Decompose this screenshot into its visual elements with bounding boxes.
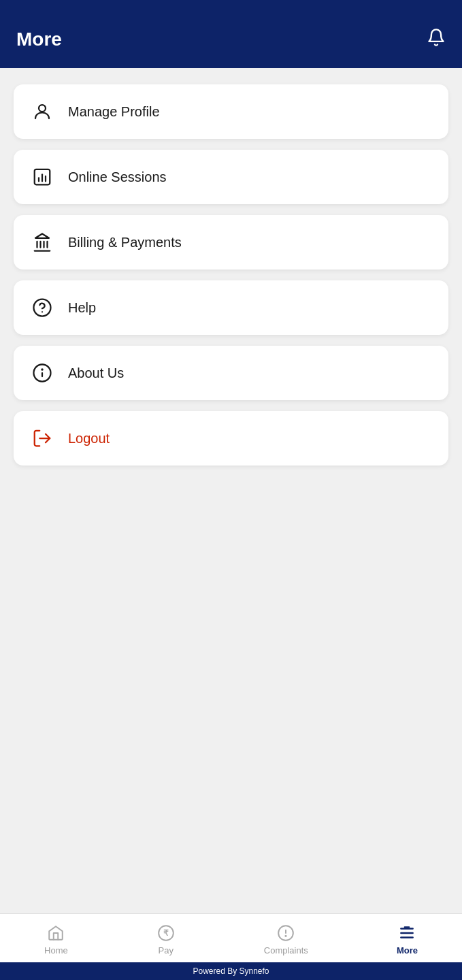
svg-point-16 bbox=[42, 369, 42, 370]
info-icon bbox=[30, 361, 54, 385]
svg-point-22 bbox=[286, 936, 286, 936]
header: More bbox=[0, 0, 462, 68]
online-sessions-item[interactable]: Online Sessions bbox=[14, 150, 448, 204]
powered-by-text: Powered By Synnefo bbox=[193, 966, 269, 976]
logout-icon bbox=[30, 426, 54, 451]
logout-item[interactable]: Logout bbox=[14, 411, 448, 466]
profile-icon bbox=[30, 99, 54, 124]
manage-profile-item[interactable]: Manage Profile bbox=[14, 84, 448, 139]
svg-point-11 bbox=[34, 299, 51, 316]
svg-text:₹: ₹ bbox=[163, 928, 168, 938]
bell-icon[interactable] bbox=[427, 28, 446, 52]
home-nav-icon bbox=[46, 924, 65, 943]
complaints-nav-label: Complaints bbox=[264, 945, 308, 956]
powered-by-footer: Powered By Synnefo bbox=[0, 962, 462, 980]
bottom-navigation: Home ₹ Pay Complaints bbox=[0, 913, 462, 962]
nav-item-more[interactable]: More bbox=[386, 921, 429, 958]
billing-payments-label: Billing & Payments bbox=[68, 235, 182, 250]
help-label: Help bbox=[68, 300, 96, 316]
pay-nav-label: Pay bbox=[159, 945, 174, 956]
sessions-icon bbox=[30, 165, 54, 189]
nav-item-complaints[interactable]: Complaints bbox=[253, 921, 319, 958]
home-nav-label: Home bbox=[44, 945, 68, 956]
nav-item-home[interactable]: Home bbox=[33, 921, 79, 958]
online-sessions-label: Online Sessions bbox=[68, 169, 167, 185]
billing-icon bbox=[30, 230, 54, 255]
more-nav-icon bbox=[397, 924, 416, 943]
complaints-nav-icon bbox=[276, 924, 295, 943]
svg-marker-10 bbox=[35, 234, 49, 238]
svg-point-0 bbox=[39, 105, 46, 112]
more-nav-label: More bbox=[397, 945, 418, 956]
about-us-item[interactable]: About Us bbox=[14, 346, 448, 400]
help-icon bbox=[30, 295, 54, 320]
pay-nav-icon: ₹ bbox=[156, 924, 176, 943]
manage-profile-label: Manage Profile bbox=[68, 104, 160, 120]
about-us-label: About Us bbox=[68, 365, 124, 381]
logout-label: Logout bbox=[68, 431, 110, 446]
page-title: More bbox=[16, 29, 62, 50]
help-item[interactable]: Help bbox=[14, 280, 448, 335]
nav-item-pay[interactable]: ₹ Pay bbox=[146, 921, 186, 958]
menu-list: Manage Profile Online Sessions Bil bbox=[0, 68, 462, 913]
svg-rect-26 bbox=[404, 926, 410, 928]
billing-payments-item[interactable]: Billing & Payments bbox=[14, 215, 448, 270]
